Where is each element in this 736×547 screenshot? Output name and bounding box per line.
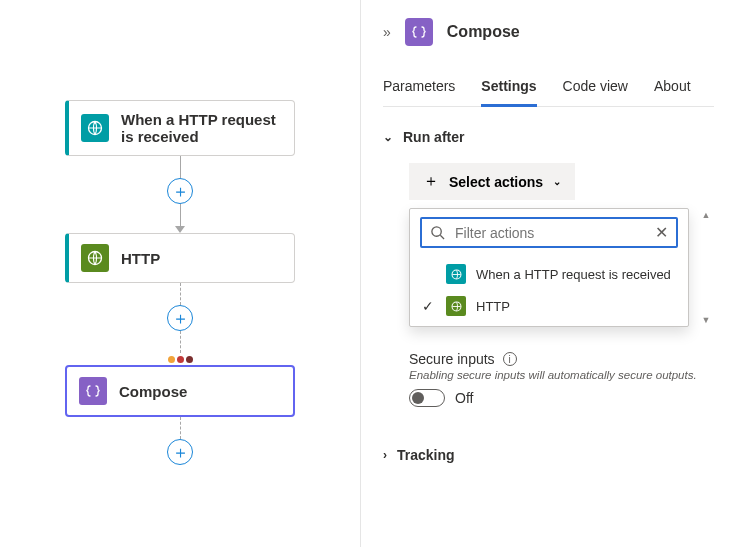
dropdown-scrollbar[interactable]: ▲▼ (697, 208, 715, 327)
add-action-button[interactable]: ＋ (167, 178, 193, 204)
secure-inputs-hint: Enabling secure inputs will automaticall… (409, 369, 714, 381)
node-trigger[interactable]: When a HTTP request is received (65, 100, 295, 156)
button-label: Select actions (449, 174, 543, 190)
check-icon: ✓ (422, 298, 436, 314)
section-heading: Run after (403, 129, 464, 145)
globe-icon (81, 114, 109, 142)
add-action-button[interactable]: ＋ (167, 305, 193, 331)
node-label: Compose (119, 383, 187, 400)
node-label: When a HTTP request is received (121, 111, 282, 145)
section-heading: Tracking (397, 447, 455, 463)
edge: ＋ (0, 283, 360, 365)
settings-panel: » Compose Parameters Settings Code view … (360, 0, 736, 547)
filter-actions-field[interactable]: ✕ (420, 217, 678, 248)
node-label: HTTP (121, 250, 160, 267)
info-icon[interactable]: i (503, 352, 517, 366)
secure-inputs-toggle[interactable] (409, 389, 445, 407)
option-trigger[interactable]: When a HTTP request is received (420, 258, 678, 290)
edge: ＋ (0, 417, 360, 465)
globe-icon (446, 264, 466, 284)
chevron-down-icon: ⌄ (553, 176, 561, 187)
svg-line-3 (440, 235, 444, 239)
option-label: When a HTTP request is received (476, 267, 671, 282)
node-compose[interactable]: Compose (65, 365, 295, 417)
plus-icon: ＋ (423, 171, 439, 192)
panel-header: » Compose (383, 18, 714, 46)
section-tracking[interactable]: › Tracking (383, 447, 714, 463)
panel-tabs: Parameters Settings Code view About (383, 72, 714, 107)
filter-actions-input[interactable] (453, 224, 647, 242)
option-label: HTTP (476, 299, 510, 314)
chevron-right-icon: › (383, 448, 387, 462)
clear-icon[interactable]: ✕ (655, 223, 668, 242)
search-icon (430, 225, 445, 240)
edge: ＋ (0, 156, 360, 233)
chevron-down-icon: ⌄ (383, 130, 393, 144)
section-run-after[interactable]: ⌄ Run after (383, 129, 714, 145)
tab-about[interactable]: About (654, 72, 691, 106)
globe-icon (446, 296, 466, 316)
svg-point-2 (432, 227, 441, 236)
collapse-panel-icon[interactable]: » (383, 24, 391, 40)
panel-title: Compose (447, 23, 520, 41)
toggle-state-label: Off (455, 390, 473, 406)
option-http[interactable]: ✓ HTTP (420, 290, 678, 322)
tab-parameters[interactable]: Parameters (383, 72, 455, 106)
node-http[interactable]: HTTP (65, 233, 295, 283)
secure-inputs-label: Secure inputs (409, 351, 495, 367)
actions-dropdown: ✕ When a HTTP request is received ✓ HTTP (409, 208, 689, 327)
add-action-button[interactable]: ＋ (167, 439, 193, 465)
tab-code-view[interactable]: Code view (563, 72, 628, 106)
globe-icon (81, 244, 109, 272)
code-braces-icon (79, 377, 107, 405)
run-after-status-dots (168, 356, 193, 363)
workflow-canvas: When a HTTP request is received ＋ HTTP ＋… (0, 0, 360, 547)
tab-settings[interactable]: Settings (481, 72, 536, 107)
code-braces-icon (405, 18, 433, 46)
select-actions-button[interactable]: ＋ Select actions ⌄ (409, 163, 575, 200)
